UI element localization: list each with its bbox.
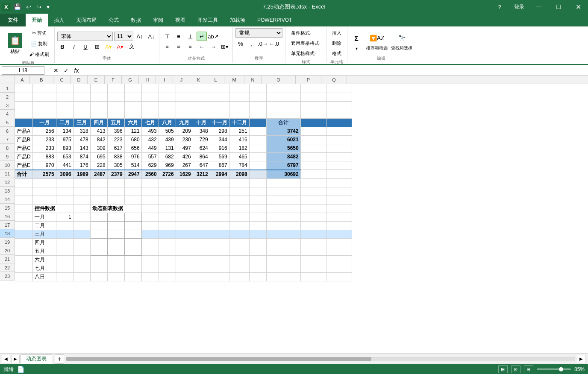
col-header-I[interactable]: I	[156, 76, 173, 84]
col-header-M[interactable]: M	[224, 76, 244, 84]
row-num-16[interactable]: 16	[0, 212, 15, 221]
wrap-text-button[interactable]: ↵	[197, 32, 207, 41]
cell-reference-input[interactable]	[2, 66, 44, 75]
col-header-A[interactable]: A	[15, 76, 30, 84]
row-num-9[interactable]: 9	[0, 152, 15, 161]
col-header-N[interactable]: N	[244, 76, 262, 84]
increase-indent-button[interactable]: →	[208, 42, 218, 51]
row-num-7[interactable]: 7	[0, 135, 15, 144]
col-header-C[interactable]: C	[53, 76, 71, 84]
number-format-select[interactable]: 常规	[235, 28, 282, 38]
delete-cell-button[interactable]: 删除	[329, 38, 344, 48]
tab-dev[interactable]: 开发工具	[191, 14, 224, 26]
row-num-1[interactable]: 1	[0, 84, 15, 93]
formula-input[interactable]	[82, 66, 586, 75]
row-num-10[interactable]: 10	[0, 161, 15, 169]
page-layout-view-button[interactable]: ⊡	[511, 365, 520, 373]
align-right-button[interactable]: ≡	[185, 42, 195, 51]
col-header-D[interactable]: D	[71, 76, 88, 84]
wubi-button[interactable]: 文	[126, 42, 137, 51]
comma-button[interactable]: ,	[247, 39, 257, 48]
restore-button[interactable]: □	[549, 0, 568, 14]
tab-view[interactable]: 视图	[169, 14, 191, 26]
percent-button[interactable]: %	[235, 39, 246, 48]
merge-center-button[interactable]: ⊞▾	[220, 42, 230, 51]
sort-filter-button[interactable]: 🔽AZ	[370, 32, 383, 44]
row-num-4[interactable]: 4	[0, 110, 15, 118]
page-break-view-button[interactable]: ⊟	[524, 365, 533, 373]
zoom-slider[interactable]	[537, 368, 571, 370]
cancel-formula-button[interactable]: ✕	[52, 66, 60, 75]
row-num-12[interactable]: 12	[0, 178, 15, 187]
tab-formula[interactable]: 公式	[103, 14, 125, 26]
tab-review[interactable]: 审阅	[147, 14, 169, 26]
decrease-indent-button[interactable]: ←	[197, 42, 207, 51]
col-header-P[interactable]: P	[296, 76, 321, 84]
sheet-nav-right-button[interactable]: ▶	[11, 355, 20, 363]
format-cell-button[interactable]: 格式	[329, 49, 344, 58]
normal-view-button[interactable]: ⊞	[498, 365, 508, 373]
sheet-nav-left-button[interactable]: ◀	[2, 355, 10, 363]
border-button[interactable]: ⊞	[92, 42, 102, 51]
help-icon[interactable]: ?	[490, 0, 509, 14]
row-num-21[interactable]: 21	[0, 255, 15, 263]
row-num-20[interactable]: 20	[0, 246, 15, 255]
tab-insert[interactable]: 插入	[48, 14, 70, 26]
col-header-Q[interactable]: Q	[321, 76, 347, 84]
align-left-button[interactable]: ≡	[162, 42, 172, 51]
align-top-button[interactable]: ⊤	[162, 32, 172, 41]
row-num-23[interactable]: 23	[0, 272, 15, 280]
find-select-button[interactable]: 🔭	[395, 32, 408, 44]
font-color-button[interactable]: A▾	[115, 42, 125, 51]
col-header-E[interactable]: E	[88, 76, 105, 84]
insert-cell-button[interactable]: 插入	[329, 28, 344, 38]
insert-function-button[interactable]: fx	[72, 66, 81, 75]
row-num-22[interactable]: 22	[0, 263, 15, 272]
align-center-button[interactable]: ≡	[173, 42, 184, 51]
col-header-O[interactable]: O	[262, 76, 296, 84]
close-button[interactable]: ✕	[568, 0, 588, 14]
row-num-8[interactable]: 8	[0, 144, 15, 152]
table-format-button[interactable]: 套用表格格式·	[288, 38, 323, 48]
horizontal-scrollbar[interactable]	[66, 356, 575, 362]
increase-font-button[interactable]: A↑	[135, 32, 145, 41]
cut-button[interactable]: ✂ 剪切	[26, 28, 52, 38]
copy-button[interactable]: 📄 复制	[26, 39, 52, 49]
row-num-14[interactable]: 14	[0, 195, 15, 204]
minimize-button[interactable]: ─	[529, 0, 549, 14]
orientation-button[interactable]: ab↗	[208, 32, 218, 41]
col-header-K[interactable]: K	[190, 76, 207, 84]
row-num-3[interactable]: 3	[0, 101, 15, 110]
tab-home[interactable]: 开始	[26, 14, 48, 26]
undo-icon[interactable]: ↩	[24, 2, 33, 12]
bold-button[interactable]: B	[57, 42, 68, 51]
row-num-6[interactable]: 6	[0, 127, 15, 135]
tab-data[interactable]: 数据	[125, 14, 147, 26]
format-painter-button[interactable]: 🖌 格式刷	[26, 50, 52, 59]
tab-layout[interactable]: 页面布局	[70, 14, 103, 26]
row-num-17[interactable]: 17	[0, 221, 15, 229]
font-size-select[interactable]: 11	[114, 32, 133, 41]
cell-style-button[interactable]: 单元格样式·	[288, 49, 319, 58]
italic-button[interactable]: I	[69, 42, 79, 51]
row-num-19[interactable]: 19	[0, 238, 15, 246]
row-num-5[interactable]: 5	[0, 118, 15, 127]
row-num-15[interactable]: 15	[0, 204, 15, 212]
confirm-formula-button[interactable]: ✓	[62, 66, 71, 75]
decrease-font-button[interactable]: A↓	[146, 32, 156, 41]
sheet-tab-dynamic-chart[interactable]: 动态图表	[21, 354, 52, 364]
col-header-J[interactable]: J	[173, 76, 190, 84]
font-name-select[interactable]: 宋体	[57, 32, 113, 41]
paste-button[interactable]: 📋 粘贴	[4, 31, 26, 57]
col-header-G[interactable]: G	[122, 76, 139, 84]
tab-file[interactable]: 文件	[0, 14, 26, 26]
quick-access-dropdown-icon[interactable]: ▾	[44, 2, 52, 12]
add-sheet-button[interactable]: +	[55, 354, 64, 364]
scroll-right-button[interactable]: ▶	[577, 355, 585, 363]
col-header-H[interactable]: H	[139, 76, 156, 84]
col-header-B[interactable]: B	[30, 76, 53, 84]
tab-addins[interactable]: 加载项	[224, 14, 251, 26]
save-icon[interactable]: 💾	[12, 2, 23, 12]
decrease-decimal-button[interactable]: ←.0	[269, 39, 279, 48]
redo-icon[interactable]: ↪	[34, 2, 44, 12]
